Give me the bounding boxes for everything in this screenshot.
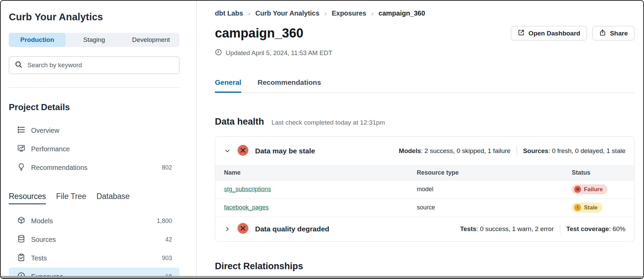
sidebar-item-label: Tests (31, 254, 47, 262)
table-row: facebook_pages source ! Stale (215, 199, 634, 217)
open-dashboard-button[interactable]: Open Dashboard (511, 26, 587, 41)
sidebar-item-label: Models (31, 217, 53, 225)
breadcrumb-separator: › (324, 10, 326, 17)
breadcrumb: dbt Labs › Curb Your Analytics › Exposur… (215, 9, 635, 17)
table-header-row: Name Resource type Status (215, 166, 634, 180)
stale-section-title: Data may be stale (255, 147, 315, 155)
environment-switcher: Production Staging Development (9, 33, 179, 47)
external-link-icon (518, 29, 525, 38)
item-count: 903 (162, 255, 172, 262)
error-circle-icon (237, 223, 249, 235)
breadcrumb-separator: › (248, 10, 250, 17)
project-details-heading: Project Details (9, 102, 179, 112)
column-header-name: Name (215, 166, 408, 180)
status-badge-stale: ! Stale (572, 203, 602, 212)
quality-section-title: Data quality degraded (255, 225, 329, 233)
item-count: 42 (165, 236, 172, 243)
data-health-header: Data health Last check completed today a… (215, 117, 635, 127)
chevron-right-icon[interactable] (224, 226, 231, 232)
item-count: 1,800 (157, 218, 172, 225)
cube-icon (17, 216, 25, 226)
sidebar-item-tests[interactable]: Tests 903 (9, 249, 179, 268)
sidebar-item-label: Overview (31, 127, 59, 134)
error-circle-icon (237, 145, 249, 157)
tab-database[interactable]: Database (96, 192, 129, 204)
resource-type-cell: source (408, 199, 563, 217)
main-content: dbt Labs › Curb Your Analytics › Exposur… (197, 1, 643, 278)
database-icon (17, 235, 25, 245)
sidebar: Curb Your Analytics Production Staging D… (1, 1, 197, 278)
quality-section-summary: Tests: 0 success, 1 warn, 2 error Test c… (460, 225, 625, 233)
stale-warning-icon: ! (574, 204, 581, 211)
status-label: Stale (584, 204, 598, 211)
lightbulb-icon (17, 163, 25, 173)
performance-chart-icon (17, 144, 25, 154)
column-header-status: Status (563, 166, 634, 180)
sidebar-item-sources[interactable]: Sources 42 (9, 230, 179, 249)
tab-recommendations[interactable]: Recommendations (257, 78, 321, 93)
breadcrumb-current: campaign_360 (378, 9, 425, 17)
summary-divider (517, 147, 517, 155)
data-health-table: Name Resource type Status stg_subscripti… (215, 165, 634, 217)
breadcrumb-project[interactable]: Curb Your Analytics (255, 9, 320, 17)
open-dashboard-label: Open Dashboard (528, 30, 580, 37)
chevron-down-icon[interactable] (224, 148, 231, 154)
quality-section-left: Data quality degraded (224, 223, 329, 235)
search-box[interactable] (9, 56, 179, 74)
column-header-resource-type: Resource type (408, 166, 563, 180)
item-count: 802 (162, 164, 172, 171)
resource-link[interactable]: stg_subscriptions (224, 186, 271, 193)
page-title: campaign_360 (215, 26, 303, 41)
breadcrumb-separator: › (371, 10, 373, 17)
tests-summary: Tests: 0 success, 1 warn, 2 error (460, 225, 554, 233)
sidebar-item-models[interactable]: Models 1,800 (9, 212, 179, 230)
sources-summary: Sources: 0 fresh, 0 delayed, 1 stale (523, 147, 625, 155)
updated-timestamp: Updated April 5, 2024, 11:53 AM EDT (215, 49, 635, 57)
quality-section-header: Data quality degraded Tests: 0 success, … (215, 217, 634, 241)
stale-section-header: Data may be stale Models: 2 success, 0 s… (215, 137, 634, 165)
search-input[interactable] (27, 61, 174, 69)
breadcrumb-dbt-labs[interactable]: dbt Labs (215, 9, 243, 17)
app-window: Curb Your Analytics Production Staging D… (0, 0, 644, 279)
tab-resources[interactable]: Resources (9, 192, 46, 204)
env-tab-production[interactable]: Production (9, 33, 66, 47)
failure-x-icon: ✕ (574, 186, 581, 193)
clock-icon (215, 49, 222, 57)
sidebar-item-label: Recommendations (31, 164, 88, 172)
status-label: Failure (584, 186, 603, 193)
project-title: Curb Your Analytics (9, 11, 179, 23)
data-health-card: Data may be stale Models: 2 success, 0 s… (215, 136, 635, 242)
clipboard-check-icon (17, 253, 25, 263)
sidebar-item-label: Sources (31, 236, 56, 244)
sidebar-divider (9, 87, 179, 88)
share-icon (599, 29, 606, 38)
updated-text: Updated April 5, 2024, 11:53 AM EDT (226, 49, 332, 57)
share-label: Share (610, 30, 628, 37)
breadcrumb-exposures[interactable]: Exposures (332, 9, 366, 17)
share-button[interactable]: Share (592, 26, 635, 41)
direct-relationships-heading: Direct Relationships (215, 261, 635, 272)
table-row: stg_subscriptions model ✕ Failure (215, 180, 634, 199)
env-tab-staging[interactable]: Staging (66, 33, 122, 47)
page-actions: Open Dashboard Share (511, 26, 635, 41)
list-icon (17, 126, 25, 135)
resource-type-cell: model (408, 180, 563, 199)
coverage-summary: Test coverage: 60% (566, 225, 625, 233)
detail-tabs: General Recommendations (215, 78, 635, 93)
stale-section-left: Data may be stale (224, 145, 315, 157)
resource-link[interactable]: facebook_pages (224, 204, 269, 211)
sidebar-item-label: Performance (31, 145, 70, 153)
sidebar-item-performance[interactable]: Performance (9, 140, 179, 158)
data-health-heading: Data health (215, 117, 264, 127)
env-tab-development[interactable]: Development (123, 33, 179, 47)
tab-general[interactable]: General (215, 78, 241, 93)
sidebar-item-recommendations[interactable]: Recommendations 802 (9, 158, 179, 177)
models-summary: Models: 2 success, 0 skipped, 1 failure (399, 147, 511, 155)
search-icon (15, 60, 23, 70)
status-badge-failure: ✕ Failure (572, 184, 608, 194)
tab-file-tree[interactable]: File Tree (56, 192, 86, 204)
sidebar-item-overview[interactable]: Overview (9, 121, 179, 140)
stale-section-summary: Models: 2 success, 0 skipped, 1 failure … (399, 147, 625, 155)
window-bottom-edge (1, 276, 643, 278)
title-row: campaign_360 Open Dashboard Share (215, 26, 635, 41)
